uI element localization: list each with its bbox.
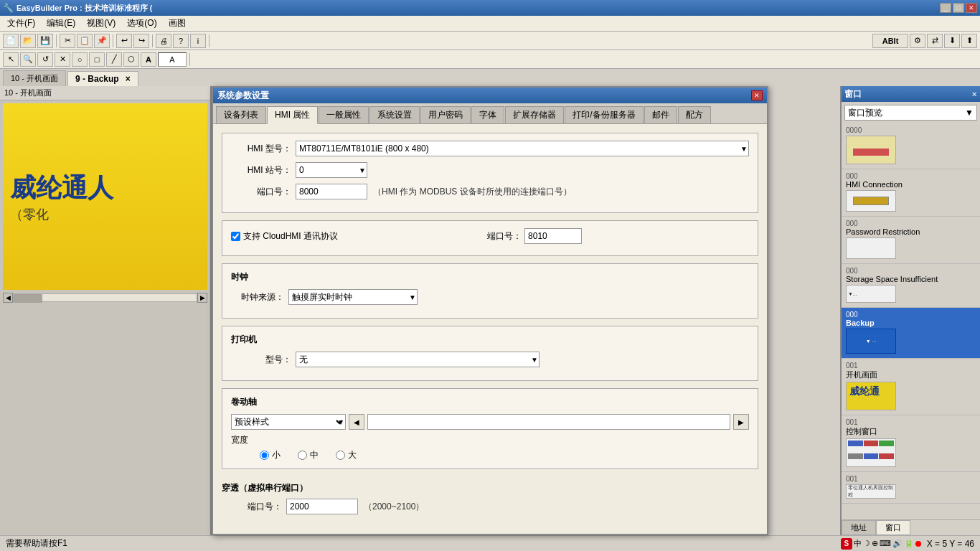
page-tab-startup[interactable]: 10 - 开机画面: [3, 70, 66, 86]
clock-source-label: 时钟来源：: [231, 291, 288, 303]
item-num: 001: [846, 362, 976, 369]
tab-print[interactable]: 打印/备份服务器: [565, 106, 643, 123]
printer-type-select[interactable]: 无: [296, 352, 540, 367]
cloud-port-input[interactable]: [524, 228, 582, 244]
settings-icon[interactable]: ⚙: [910, 34, 925, 48]
pointer-tool[interactable]: ↖: [3, 52, 19, 67]
redo-button[interactable]: ↪: [133, 34, 149, 48]
cloud-checkbox-label[interactable]: 支持 CloudHMI 通讯协议: [231, 230, 338, 242]
cloud-label: 支持 CloudHMI 通讯协议: [243, 230, 338, 242]
dialog-close-button[interactable]: ✕: [751, 90, 763, 100]
radio-large-input[interactable]: [336, 451, 345, 460]
toolbar-separator: [56, 34, 57, 47]
print-button[interactable]: 🖨: [156, 34, 171, 48]
bottom-tabs: 地址 窗口: [842, 519, 980, 535]
list-item[interactable]: 001 零位通人机界面控制程: [842, 472, 980, 504]
help-button[interactable]: ?: [173, 34, 189, 48]
tab-font[interactable]: 字体: [471, 106, 504, 123]
tab-system[interactable]: 系统设置: [369, 106, 420, 123]
dialog-body: HMI 型号： MT80711E/MT8101iE (800 x 480) ▼ …: [213, 124, 767, 529]
menu-file[interactable]: 文件(F): [1, 16, 41, 31]
item-thumbnail: ▼ ···: [846, 329, 896, 354]
list-item[interactable]: 001 控制窗口: [842, 415, 980, 472]
menu-options[interactable]: 选项(O): [121, 16, 162, 31]
com-port-input[interactable]: [286, 499, 358, 514]
hmi-station-select[interactable]: 0: [296, 162, 367, 178]
scroll-right-arrow-btn[interactable]: ▶: [733, 414, 749, 430]
scroll-track[interactable]: [367, 414, 730, 430]
radio-small-input[interactable]: [260, 451, 269, 460]
abit-icon[interactable]: ABIt: [872, 34, 908, 48]
tab-close-icon[interactable]: ×: [126, 74, 131, 84]
canvas-inner: 威纶通人 （零化: [3, 103, 207, 290]
tab-recipe[interactable]: 配方: [678, 106, 711, 123]
page-tab-backup[interactable]: 9 - Backup ×: [67, 71, 138, 86]
line-tool[interactable]: ╱: [106, 52, 122, 67]
zoom-tool[interactable]: 🔍: [20, 52, 36, 67]
radio-medium[interactable]: 中: [298, 449, 319, 461]
circle-tool[interactable]: ○: [72, 52, 88, 67]
tab-ext-memory[interactable]: 扩展存储器: [505, 106, 564, 123]
list-item[interactable]: 0000: [842, 123, 980, 169]
scroll-left-btn[interactable]: ◀: [3, 293, 13, 303]
cut-button[interactable]: ✂: [60, 34, 75, 48]
tab-window[interactable]: 窗口: [876, 520, 910, 535]
tab-device-list[interactable]: 设备列表: [216, 106, 266, 123]
square-tool[interactable]: □: [89, 52, 105, 67]
h-scroll-track[interactable]: [13, 293, 197, 302]
save-button[interactable]: 💾: [37, 34, 53, 48]
list-item[interactable]: 000 Password Restriction: [842, 217, 980, 264]
menu-edit[interactable]: 编辑(E): [41, 16, 81, 31]
tab-general[interactable]: 一般属性: [319, 106, 369, 123]
tab-address[interactable]: 地址: [842, 520, 876, 535]
info-button[interactable]: i: [190, 34, 206, 48]
radio-small-label: 小: [272, 449, 281, 461]
x-tool[interactable]: ✕: [55, 52, 70, 67]
hmi-type-select[interactable]: MT80711E/MT8101iE (800 x 480): [296, 141, 749, 156]
clock-source-row: 时钟来源： 触摸屏实时时钟 ▼: [231, 289, 749, 305]
scroll-right-btn[interactable]: ▶: [197, 293, 207, 303]
download-icon[interactable]: ⬇: [944, 34, 960, 48]
item-num: 000: [846, 267, 976, 275]
port-input[interactable]: [296, 184, 367, 199]
radio-medium-input[interactable]: [298, 451, 307, 460]
list-item[interactable]: 000 HMI Connection: [842, 169, 980, 217]
undo-button[interactable]: ↩: [116, 34, 132, 48]
clock-source-select[interactable]: 触摸屏实时时钟: [288, 289, 418, 305]
preset-select[interactable]: 预设样式: [231, 414, 346, 430]
panel-list[interactable]: 0000 000 HMI Connection: [842, 123, 980, 519]
radio-small[interactable]: 小: [260, 449, 281, 461]
menu-view[interactable]: 视图(V): [81, 16, 121, 31]
panel-dropdown-arrow: ▼: [965, 108, 974, 118]
minimize-button[interactable]: _: [940, 3, 951, 13]
port-row: 端口号： （HMI 作为 MODBUS 设备时所使用的连接端口号）: [231, 184, 749, 199]
hmi-type-select-wrapper[interactable]: MT80711E/MT8101iE (800 x 480) ▼: [296, 141, 749, 156]
panel-dropdown[interactable]: 窗口预览 ▼: [844, 105, 977, 121]
paste-button[interactable]: 📌: [94, 34, 110, 48]
tab-email[interactable]: 邮件: [644, 106, 677, 123]
h-scrollbar[interactable]: ◀ ▶: [3, 293, 207, 303]
list-item[interactable]: 000 Storage Space Insufficient ▼...: [842, 264, 980, 308]
panel-dropdown-text: 窗口预览: [848, 107, 882, 119]
maximize-button[interactable]: □: [953, 3, 964, 13]
list-item[interactable]: 001 开机画面 威纶通: [842, 359, 980, 415]
menu-draw[interactable]: 画图: [163, 16, 192, 31]
close-button[interactable]: ✕: [966, 3, 977, 13]
scroll-left-arrow-btn[interactable]: ◀: [349, 414, 364, 430]
transfer-icon[interactable]: ⇄: [927, 34, 943, 48]
copy-button[interactable]: 📋: [77, 34, 93, 48]
tab-hmi-attr[interactable]: HMI 属性: [267, 106, 318, 124]
new-button[interactable]: 📄: [3, 34, 19, 48]
text-tool[interactable]: A: [141, 52, 156, 67]
dialog-tabs: 设备列表 HMI 属性 一般属性 系统设置 用户密码 字体 扩展存储器 打印/备…: [213, 103, 767, 124]
cloud-checkbox[interactable]: [231, 232, 240, 241]
rotate-tool[interactable]: ↺: [37, 52, 53, 67]
tab-password[interactable]: 用户密码: [420, 106, 471, 123]
radio-large[interactable]: 大: [336, 449, 357, 461]
open-button[interactable]: 📂: [20, 34, 36, 48]
polygon-tool[interactable]: ⬡: [123, 52, 139, 67]
list-item-backup[interactable]: 000 Backup ▼ ···: [842, 308, 980, 359]
upload-icon[interactable]: ⬆: [961, 34, 977, 48]
panel-close-icon[interactable]: ✕: [971, 90, 977, 98]
status-icons: S 中 ☽ ⊕ ⌨ 🔊 🔋: [841, 538, 921, 550]
